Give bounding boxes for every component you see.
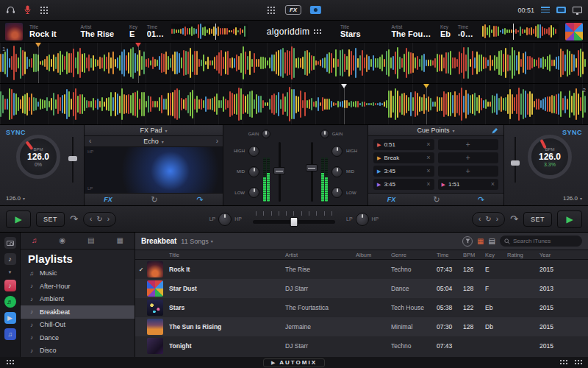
bounce-mode-icon[interactable]: ↷ bbox=[478, 196, 484, 204]
ch2-low-knob[interactable] bbox=[331, 187, 343, 198]
cue-play-icon[interactable]: ▶ bbox=[377, 182, 381, 187]
deck2-waveform[interactable]: 2 bbox=[0, 84, 588, 125]
cue-points-header[interactable]: Cue Points▾ bbox=[368, 125, 503, 136]
itunes-library-icon[interactable]: ♪ bbox=[4, 280, 16, 291]
crossfader[interactable] bbox=[253, 210, 335, 228]
ch2-volume-fader[interactable] bbox=[306, 141, 318, 203]
sidebar-item-dance[interactable]: ♪Dance bbox=[21, 331, 135, 344]
fx-effect-selector[interactable]: ‹ Echo▾ › bbox=[85, 136, 223, 147]
next-effect-icon[interactable]: › bbox=[216, 137, 218, 145]
table-row[interactable]: Tonight DJ Starr Techno 07:43 2015 bbox=[135, 336, 588, 355]
midi-devices-icon[interactable] bbox=[6, 359, 14, 365]
deck2-set-cue-button[interactable]: SET bbox=[523, 212, 552, 227]
table-row[interactable]: ✓ Rock It The Rise Techno 07:43 126 E 20… bbox=[135, 260, 588, 279]
loop-double-icon[interactable]: › bbox=[107, 216, 110, 223]
files-source-icon[interactable]: ♫ bbox=[4, 328, 16, 340]
cue-delete-icon[interactable]: × bbox=[426, 168, 430, 174]
videos-source-icon[interactable]: ▶ bbox=[4, 312, 16, 324]
cue-point-4[interactable]: ▶ 3:45 × bbox=[373, 179, 434, 190]
deck1-set-cue-button[interactable]: SET bbox=[36, 212, 65, 227]
cue-delete-icon[interactable]: × bbox=[426, 155, 430, 161]
sidebar-item-chill-out[interactable]: ♪Chill-Out bbox=[21, 319, 135, 332]
deck1-pitch-slider[interactable] bbox=[68, 137, 77, 183]
add-cue-button[interactable]: + bbox=[438, 152, 499, 163]
chevron-down-icon[interactable]: ▾ bbox=[9, 269, 12, 275]
cue-delete-icon[interactable]: × bbox=[426, 181, 430, 188]
table-row[interactable]: The Sun Is Rising Jermaine Minimal 07:30… bbox=[135, 317, 588, 336]
sidebar-item-ambient[interactable]: ♪Ambient bbox=[21, 293, 135, 306]
headphones-icon[interactable] bbox=[6, 4, 15, 17]
tab-music-icon[interactable]: ♫ bbox=[32, 236, 37, 244]
collection-count[interactable]: 11 Songs▾ bbox=[181, 238, 212, 245]
loop-icon[interactable]: ↻ bbox=[485, 216, 491, 223]
deck1-loop-control[interactable]: ‹ ↻ › bbox=[83, 212, 116, 227]
photos-source-icon[interactable] bbox=[4, 237, 16, 249]
deck2-bpm-dial[interactable]: BPM 126.0 3.3% bbox=[528, 135, 572, 179]
ch1-mid-knob[interactable] bbox=[248, 166, 259, 177]
display-mode-icon[interactable] bbox=[556, 7, 566, 13]
loop-mode-icon[interactable]: ↻ bbox=[151, 196, 158, 204]
sidebar-item-after-hour[interactable]: ♪After-Hour bbox=[21, 280, 135, 293]
search-input[interactable] bbox=[513, 238, 578, 244]
cue-play-icon[interactable]: ▶ bbox=[377, 169, 381, 174]
fx-tab-button[interactable]: FX bbox=[387, 196, 396, 203]
ch2-high-knob[interactable] bbox=[331, 146, 343, 157]
loop-icon[interactable]: ↻ bbox=[96, 216, 102, 223]
add-cue-button[interactable]: + bbox=[438, 139, 499, 150]
tab-sampler-icon[interactable]: ▦ bbox=[117, 236, 123, 244]
queue-list-icon[interactable] bbox=[541, 7, 550, 13]
column-header[interactable]: Title Artist Album Genre Time BPM Key Ra… bbox=[135, 250, 588, 260]
pre-cueing-icon[interactable] bbox=[559, 359, 567, 365]
add-cue-button[interactable]: + bbox=[438, 166, 499, 177]
settings-icon[interactable] bbox=[574, 359, 582, 365]
deck1-overview-waveform[interactable] bbox=[171, 24, 248, 40]
table-row[interactable]: Stars The Fourtastica Tech House 05:38 1… bbox=[135, 298, 588, 317]
bounce-mode-icon[interactable]: ↷ bbox=[196, 196, 203, 204]
deck1-filter-knob[interactable] bbox=[218, 213, 232, 226]
camera-icon[interactable] bbox=[310, 6, 321, 14]
deck2-pitch-slider[interactable] bbox=[511, 137, 520, 183]
cue-point-3[interactable]: ▶ 3:45 × bbox=[373, 166, 434, 177]
fx-tab-button[interactable]: FX bbox=[104, 196, 112, 203]
deck1-tempo-readout[interactable]: 126.0▾ bbox=[6, 195, 25, 202]
deck1-waveform[interactable]: 1 bbox=[0, 43, 588, 84]
deck2-bounce-loop-icon[interactable]: ↷ bbox=[510, 214, 518, 224]
grid-view-icon[interactable]: ▦ bbox=[477, 238, 484, 245]
deck1-sync-button[interactable]: SYNC bbox=[6, 129, 26, 136]
grid-layout-icon[interactable] bbox=[40, 6, 49, 15]
loop-halve-icon[interactable]: ‹ bbox=[90, 216, 92, 223]
ch1-low-knob[interactable] bbox=[248, 187, 259, 198]
cue-play-icon[interactable]: ▶ bbox=[377, 142, 381, 147]
list-view-icon[interactable]: ▤ bbox=[489, 238, 495, 245]
edit-cues-icon[interactable] bbox=[492, 127, 498, 135]
cue-play-icon[interactable]: ▶ bbox=[377, 155, 381, 160]
filter-icon[interactable] bbox=[462, 236, 473, 247]
deck1-bpm-dial[interactable]: BPM 126.0 0% bbox=[16, 135, 60, 179]
sidebar-item-disco[interactable]: ♪Disco bbox=[21, 344, 135, 358]
automix-button[interactable]: ▶ AUTOMIX bbox=[263, 358, 325, 367]
ch1-high-knob[interactable] bbox=[248, 146, 259, 157]
microphone-icon[interactable] bbox=[24, 4, 31, 17]
prev-effect-icon[interactable]: ‹ bbox=[89, 137, 91, 145]
cue-delete-icon[interactable]: × bbox=[426, 141, 430, 148]
cue-play-icon[interactable]: ▶ bbox=[442, 182, 445, 187]
table-row[interactable]: Star Dust DJ Starr Dance 05:04 128 F 201… bbox=[135, 279, 588, 298]
music-source-icon[interactable]: ♪ bbox=[4, 253, 16, 265]
deck2-tempo-readout[interactable]: 126.0▾ bbox=[563, 195, 582, 202]
deck2-loop-control[interactable]: ‹ ↻ › bbox=[472, 212, 505, 227]
loop-mode-icon[interactable]: ↻ bbox=[434, 196, 440, 204]
ch2-gain-knob[interactable] bbox=[320, 130, 329, 138]
tab-mic-icon[interactable]: ◉ bbox=[59, 236, 65, 244]
loop-halve-icon[interactable]: ‹ bbox=[478, 216, 481, 223]
spotify-source-icon[interactable]: ♬ bbox=[4, 296, 16, 308]
cue-point-2[interactable]: ▶ Break × bbox=[373, 152, 434, 163]
deck2-filter-knob[interactable] bbox=[356, 213, 369, 226]
deck2-overview-waveform[interactable] bbox=[482, 24, 559, 40]
deck2-sync-button[interactable]: SYNC bbox=[562, 129, 582, 136]
cue-point-5[interactable]: ▶ 1:51 × bbox=[438, 179, 499, 190]
deck1-play-button[interactable]: ▶ bbox=[6, 210, 31, 228]
loop-double-icon[interactable]: › bbox=[496, 216, 498, 223]
crossfader-handle[interactable] bbox=[290, 217, 298, 227]
cue-point-1[interactable]: ▶ 0:51 × bbox=[373, 139, 434, 150]
deck2-play-button[interactable]: ▶ bbox=[557, 210, 582, 228]
